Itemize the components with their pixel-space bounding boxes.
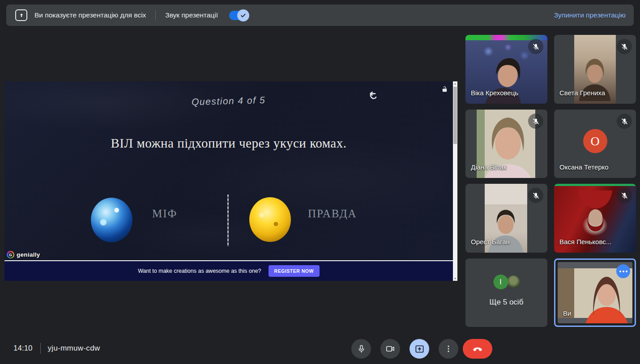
options-divider bbox=[227, 195, 229, 246]
scroll-down-arrow[interactable]: ▼ bbox=[453, 277, 457, 280]
mic-muted-icon bbox=[528, 114, 543, 129]
participant-tile[interactable]: Віка Креховець bbox=[465, 35, 547, 104]
mic-muted-icon bbox=[617, 188, 632, 203]
participant-tile[interactable]: Света Грениха bbox=[554, 35, 636, 104]
myth-option-circle[interactable] bbox=[91, 198, 132, 242]
lock-icon bbox=[441, 86, 448, 93]
presenting-text: Ви показуєте презентацію для всіх bbox=[34, 11, 146, 19]
participant-tile[interactable]: О Оксана Тетерко bbox=[554, 110, 636, 178]
meet-window: Ви показуєте презентацію для всіх Звук п… bbox=[0, 0, 640, 364]
call-controls bbox=[351, 339, 492, 359]
presentation-sound-label: Звук презентації bbox=[165, 11, 218, 19]
participant-name: Орест Баган bbox=[471, 238, 510, 245]
more-options-button[interactable] bbox=[439, 339, 458, 359]
myth-option-label[interactable]: МІФ bbox=[152, 207, 177, 220]
genially-wordmark: genially bbox=[17, 251, 40, 258]
scrollbar-thumb[interactable] bbox=[453, 87, 457, 144]
truth-option-circle[interactable] bbox=[249, 197, 291, 242]
avatar-letter: О bbox=[590, 134, 599, 148]
presentation-scrollbar[interactable]: ▲ ▼ bbox=[453, 81, 457, 281]
quiz-statement: ВІЛ можна підхопити через укуси комах. bbox=[4, 136, 453, 151]
tile-more-options-button[interactable] bbox=[616, 264, 630, 278]
mic-muted-icon bbox=[617, 114, 632, 129]
genially-logo[interactable]: G genially bbox=[7, 251, 40, 258]
toggle-check-icon bbox=[237, 9, 249, 21]
present-screen-button[interactable] bbox=[410, 339, 429, 359]
genially-g-icon: G bbox=[7, 251, 14, 258]
mic-muted-icon bbox=[617, 39, 632, 54]
self-name-label: Ви bbox=[563, 309, 571, 317]
register-now-button[interactable]: REGISTER NOW bbox=[269, 265, 320, 277]
overflow-count-label: Ще 5 осіб bbox=[465, 298, 547, 307]
question-counter: Question 4 of 5 bbox=[192, 95, 266, 107]
clock-time: 14:10 bbox=[13, 344, 33, 353]
call-bottom-bar: 14:10 yju-mmuw-cdw bbox=[0, 333, 640, 364]
participant-name: Оксана Тетерко bbox=[559, 163, 609, 171]
bottom-divider bbox=[40, 343, 41, 354]
overflow-participants-tile[interactable]: І Ще 5 осіб bbox=[465, 258, 547, 327]
stop-presenting-button[interactable]: Зупинити презентацію bbox=[554, 11, 626, 19]
quiz-slide: Question 4 of 5 ВІЛ можна підхопити чере… bbox=[4, 81, 453, 261]
scroll-up-arrow[interactable]: ▲ bbox=[453, 82, 457, 85]
participant-name: Света Грениха bbox=[559, 89, 605, 97]
mic-muted-icon bbox=[528, 188, 543, 203]
present-screen-icon bbox=[15, 9, 27, 21]
overflow-avatars: І bbox=[493, 275, 520, 289]
meeting-code: yju-mmuw-cdw bbox=[48, 344, 100, 353]
self-tile[interactable]: Ви bbox=[554, 258, 636, 327]
camera-button[interactable] bbox=[380, 339, 400, 359]
mic-muted-icon bbox=[528, 39, 543, 54]
register-banner: Want to make creations as awesome as thi… bbox=[4, 261, 453, 281]
participant-name: Вася Пеньковс... bbox=[559, 238, 611, 245]
overflow-avatar-letter: І bbox=[493, 275, 508, 289]
undo-icon[interactable] bbox=[365, 91, 379, 105]
participant-tile[interactable]: Вася Пеньковс... bbox=[554, 184, 636, 253]
presentation-sound-toggle[interactable] bbox=[229, 11, 248, 20]
truth-option-label[interactable]: ПРАВДА bbox=[308, 207, 357, 220]
participant-avatar: О bbox=[583, 129, 607, 153]
hang-up-button[interactable] bbox=[463, 339, 492, 359]
participant-tile[interactable]: Орест Баган bbox=[465, 184, 547, 253]
participant-name: Віка Креховець bbox=[471, 89, 518, 97]
participant-name: Діана Білак bbox=[471, 163, 506, 171]
register-text: Want to make creations as awesome as thi… bbox=[138, 268, 261, 274]
presenting-banner: Ви показуєте презентацію для всіх Звук п… bbox=[6, 4, 634, 26]
participant-tile[interactable]: Діана Білак bbox=[465, 110, 547, 178]
shared-presentation: Question 4 of 5 ВІЛ можна підхопити чере… bbox=[4, 81, 457, 281]
banner-divider bbox=[155, 10, 156, 21]
microphone-button[interactable] bbox=[351, 339, 371, 359]
overflow-avatar-image bbox=[507, 275, 520, 288]
